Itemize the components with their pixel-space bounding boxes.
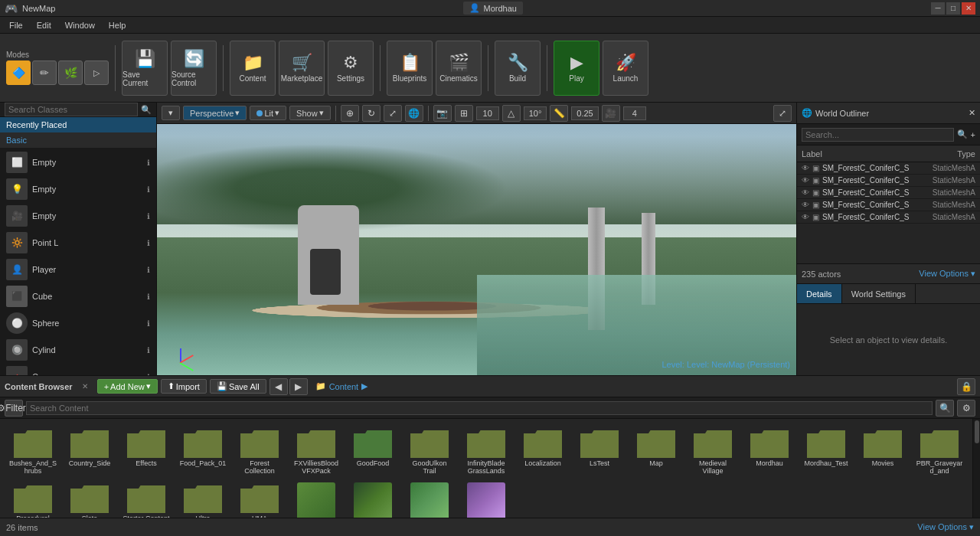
add-actor-icon[interactable]: + <box>971 130 975 139</box>
folder-item[interactable]: Effects <box>119 425 173 477</box>
menu-window[interactable]: Window <box>59 19 101 31</box>
lit-button[interactable]: Lit ▾ <box>250 106 286 120</box>
browser-tab-close[interactable]: ✕ <box>82 382 88 391</box>
scale-tool[interactable]: ⤢ <box>384 105 402 122</box>
list-item[interactable]: 👤 Player ℹ <box>0 257 156 283</box>
folder-item[interactable]: Mordhau <box>743 425 796 477</box>
asset-item[interactable]: Grass_Mountain_5_N <box>459 480 513 518</box>
show-button[interactable]: Show ▾ <box>289 106 331 120</box>
mode-placement[interactable]: 🔷 <box>6 60 31 85</box>
filters-button[interactable]: ⚙ Filters <box>5 400 23 417</box>
folder-item[interactable]: Country_Side <box>63 425 116 477</box>
save-current-button[interactable]: 💾 Save Current <box>122 41 168 96</box>
folder-item[interactable]: Bushes_And_Shrubs <box>6 425 60 477</box>
folder-item[interactable]: Food_Pack_01 <box>176 425 230 477</box>
build-button[interactable]: 🔧 Build <box>495 41 541 96</box>
folder-item[interactable]: LsTest <box>573 425 626 477</box>
mode-foliage[interactable]: 🌿 <box>58 60 83 85</box>
blueprints-button[interactable]: 📋 Blueprints <box>387 41 433 96</box>
folder-item[interactable]: InfinityBlade GrassLands <box>459 425 513 477</box>
list-item[interactable]: 🎥 Empty ℹ <box>0 203 156 230</box>
tab-details[interactable]: Details <box>797 284 842 303</box>
folder-item[interactable]: GoodUlkon Trail <box>403 425 456 477</box>
close-button[interactable]: ✕ <box>962 2 975 15</box>
tab-world-settings[interactable]: World Settings <box>842 284 916 303</box>
save-all-button[interactable]: 💾 Save All <box>210 379 266 394</box>
outliner-row[interactable]: 👁 ▣ SM_ForestC_ConiferC_S StaticMeshA <box>797 199 980 211</box>
list-item[interactable]: 🔆 Point L ℹ <box>0 230 156 257</box>
outliner-search-input[interactable] <box>802 128 954 142</box>
search-classes-input[interactable] <box>5 103 138 116</box>
viewport-type-dropdown[interactable]: ▾ <box>162 106 180 120</box>
list-item[interactable]: 🔺 Cone ℹ <box>0 364 156 375</box>
outliner-row[interactable]: 👁 ▣ SM_ForestC_ConiferC_S StaticMeshA <box>797 187 980 199</box>
add-new-button[interactable]: + Add New ▾ <box>97 379 158 394</box>
browser-search-icon[interactable]: 🔍 <box>936 400 954 417</box>
browser-search-input[interactable] <box>26 401 933 415</box>
translate-tool[interactable]: ⊕ <box>341 105 359 122</box>
scale-toggle[interactable]: 📏 <box>550 105 568 122</box>
folder-item[interactable]: Mordhau_Test <box>799 425 853 477</box>
folder-item[interactable]: Map <box>629 425 683 477</box>
list-item[interactable]: ⬛ Cube ℹ <box>0 283 156 310</box>
maximize-button[interactable]: □ <box>946 2 960 15</box>
folder-item[interactable]: GoodFood <box>346 425 400 477</box>
angle-toggle[interactable]: △ <box>502 105 521 122</box>
browser-scrollbar[interactable] <box>972 419 980 518</box>
marketplace-button[interactable]: 🛒 Marketplace <box>279 41 325 96</box>
visibility-icon[interactable]: 👁 <box>802 176 809 185</box>
launch-button[interactable]: 🚀 Launch <box>603 41 648 96</box>
back-button[interactable]: ◀ <box>270 378 288 395</box>
minimize-button[interactable]: ─ <box>931 2 945 15</box>
maximize-viewport[interactable]: ⤢ <box>773 105 792 122</box>
mode-geometry[interactable]: ▷ <box>84 60 109 85</box>
perspective-button[interactable]: Perspective ▾ <box>183 106 247 120</box>
rotate-tool[interactable]: ↻ <box>362 105 381 122</box>
outliner-row[interactable]: 👁 ▣ SM_ForestC_ConiferC_S StaticMeshA <box>797 162 980 175</box>
menu-help[interactable]: Help <box>103 19 132 31</box>
list-item[interactable]: ⚪ Sphere ℹ <box>0 310 156 337</box>
folder-item[interactable]: FXVilliesBlood VFXPack <box>289 425 343 477</box>
mode-paint[interactable]: ✏ <box>32 60 57 85</box>
visibility-icon[interactable]: 👁 <box>802 188 809 197</box>
category-recently-placed[interactable]: Recently Placed <box>0 117 156 132</box>
content-button[interactable]: 📁 Content <box>230 41 276 96</box>
browser-settings-icon[interactable]: ⚙ <box>957 400 975 417</box>
source-control-button[interactable]: 🔄 Source Control <box>171 41 217 96</box>
menu-edit[interactable]: Edit <box>31 19 57 31</box>
list-item[interactable]: 🔘 Cylind ℹ <box>0 337 156 364</box>
menu-file[interactable]: File <box>3 19 29 31</box>
camera-speed-btn[interactable]: 📷 <box>433 105 452 122</box>
viewport-canvas[interactable]: Level: Level: NewMap (Persistent) <box>157 124 796 375</box>
folder-item[interactable]: Localization <box>516 425 570 477</box>
visibility-icon[interactable]: 👁 <box>802 201 809 209</box>
folder-item[interactable]: Medieval Village <box>686 425 740 477</box>
folder-item[interactable]: Ultra DynamicSky <box>176 480 230 518</box>
import-button[interactable]: ⬆ Import <box>161 379 207 394</box>
forward-button[interactable]: ▶ <box>289 378 308 395</box>
lock-button[interactable]: 🔒 <box>957 378 975 395</box>
cinematics-button[interactable]: 🎬 Cinematics <box>436 41 482 96</box>
visibility-icon[interactable]: 👁 <box>802 213 809 221</box>
folder-item[interactable]: Forest Collection <box>233 425 286 477</box>
folder-item[interactable]: Slate <box>63 480 116 518</box>
content-path[interactable]: 📁 Content ▶ <box>311 381 373 391</box>
camera-speed-level[interactable]: 🎥 <box>602 105 620 122</box>
folder-item[interactable]: Starter Content <box>119 480 173 518</box>
scrollbar-thumb[interactable] <box>975 420 979 443</box>
play-button[interactable]: ▶ Play <box>554 41 599 96</box>
grid-toggle[interactable]: ⊞ <box>455 105 473 122</box>
list-item[interactable]: ⬜ Empty ℹ <box>0 149 156 176</box>
browser-view-options[interactable]: View Options ▾ <box>917 522 974 532</box>
asset-item[interactable]: Grass_Mountain_5_Mat <box>403 480 456 518</box>
folder-item[interactable]: UMA <box>233 480 286 518</box>
outliner-close-icon[interactable]: ✕ <box>969 108 975 118</box>
visibility-icon[interactable]: 👁 <box>802 164 809 172</box>
folder-item[interactable]: PBR_Graveyard_and <box>913 425 966 477</box>
list-item[interactable]: 💡 Empty ℹ <box>0 176 156 203</box>
folder-item[interactable]: Procedural NaturePack <box>6 480 60 518</box>
outliner-row[interactable]: 👁 ▣ SM_ForestC_ConiferC_S StaticMeshA <box>797 211 980 224</box>
asset-item[interactable]: Grass_Mountain_5 <box>289 480 343 518</box>
world-space-toggle[interactable]: 🌐 <box>405 105 423 122</box>
view-options-button[interactable]: View Options ▾ <box>919 269 975 279</box>
